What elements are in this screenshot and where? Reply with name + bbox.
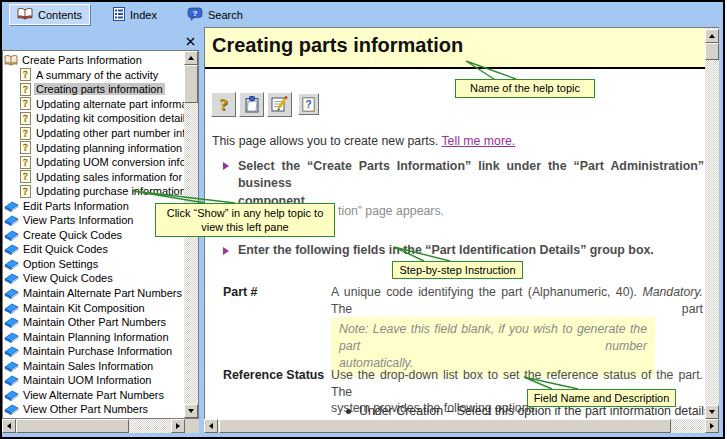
tree-item[interactable]: View Other Part Numbers: [4, 402, 184, 415]
closed-book-icon: [4, 199, 19, 212]
help-page-button[interactable]: ?: [298, 93, 319, 115]
svg-text:?: ?: [23, 69, 28, 80]
tree-hscroll-left-button[interactable]: [2, 419, 16, 433]
help-topic-icon: ?: [18, 127, 32, 140]
closed-book-icon: [4, 214, 19, 227]
scrollbar-corner: [185, 419, 199, 433]
arrow-right-icon: [710, 423, 714, 429]
help-topic-icon: ?: [18, 170, 32, 183]
tab-search[interactable]: ? Search: [180, 5, 250, 25]
topic-vscroll-thumb[interactable]: [705, 43, 719, 60]
help-topic-icon: ?: [18, 112, 32, 125]
arrow-down-icon: [709, 410, 715, 414]
tree-item[interactable]: ? Updating alternate part informatio: [4, 97, 184, 112]
callout-field-desc: Field Name and Description: [527, 389, 676, 407]
tree-hscrollbar: [2, 419, 185, 433]
help-topic-icon: ?: [18, 83, 32, 96]
tree-vscroll-thumb[interactable]: [184, 65, 198, 103]
tree-item[interactable]: ? Updating sales information for a p: [4, 169, 184, 184]
tree-vscroll-up-button[interactable]: [184, 51, 198, 65]
index-list-icon: [113, 7, 125, 23]
question-icon: ?: [219, 95, 228, 115]
topic-vscroll-track[interactable]: [705, 28, 719, 419]
search-bubble-icon: ?: [187, 7, 203, 23]
help-topic-icon: ?: [18, 97, 32, 110]
svg-text:?: ?: [23, 171, 28, 182]
svg-text:?: ?: [23, 84, 28, 95]
tell-me-more-link[interactable]: Tell me more.: [441, 134, 515, 148]
note-line-1: Note: Leave this field blank, if you wis…: [339, 321, 647, 355]
tab-contents[interactable]: Contents: [9, 4, 90, 25]
tree-item[interactable]: ? Updating kit composition details fo: [4, 111, 184, 126]
tree-item[interactable]: ? Updating planning information for: [4, 140, 184, 155]
help-topic-icon: ?: [18, 185, 32, 198]
part-desc-line-1: A unique code identifying the part (Alph…: [331, 284, 703, 317]
page-appears-text: tion” page appears.: [338, 204, 444, 218]
open-book-icon: [4, 54, 18, 67]
topic-vscroll-down-button[interactable]: [705, 405, 719, 419]
tree-item[interactable]: ? A summary of the activity: [4, 68, 184, 83]
tree-item[interactable]: Maintain Purchase Information: [4, 344, 184, 359]
tab-contents-label: Contents: [38, 9, 82, 21]
close-icon: [186, 37, 195, 46]
help-topic-icon: ?: [18, 141, 32, 154]
tree-hscroll-right-button[interactable]: [171, 419, 185, 433]
svg-text:?: ?: [23, 113, 28, 124]
callout-step-instruction: Step-by-step Instruction: [392, 261, 523, 279]
arrow-up-icon: [188, 56, 194, 60]
tree-item[interactable]: Edit Quick Codes: [4, 242, 184, 257]
tree-item[interactable]: Maintain Sales Information: [4, 358, 184, 373]
topic-hscroll-left-button[interactable]: [204, 419, 218, 433]
tree-item[interactable]: Option Settings: [4, 257, 184, 272]
callout-show-pane: Click “Show” in any help topic to view t…: [155, 203, 335, 237]
svg-text:?: ?: [193, 8, 198, 17]
tree-item[interactable]: Maintain Planning Information: [4, 329, 184, 344]
tree-vscroll-down-button[interactable]: [184, 404, 198, 418]
tree-item-selected[interactable]: ? Creating parts information: [4, 82, 184, 97]
help-topic-icon: ?: [18, 68, 32, 81]
topic-title-band: Creating parts information: [205, 28, 705, 69]
svg-text:?: ?: [23, 98, 28, 109]
topic-hscroll-right-button[interactable]: [705, 419, 719, 433]
closed-book-icon: [4, 257, 19, 270]
contents-book-icon: [17, 7, 33, 22]
arrow-right-icon: [176, 423, 180, 429]
closed-book-icon: [4, 287, 19, 300]
intro-line: This page allows you to create new parts…: [212, 134, 515, 148]
clipboard-button[interactable]: [239, 92, 264, 117]
arrow-up-icon: [709, 34, 715, 38]
topic-hscroll-thumb[interactable]: [219, 419, 671, 433]
tree-hscroll-thumb[interactable]: [16, 419, 129, 433]
tree-item[interactable]: View Alternate Part Numbers: [4, 388, 184, 403]
help-viewer-window: Contents Index ? Search Create Parts Inf…: [0, 0, 725, 439]
tree-item[interactable]: ? Updating other part number inform: [4, 126, 184, 141]
callout-topic-name: Name of the help topic: [455, 79, 595, 98]
tree-item[interactable]: ? Updating purchase information: [4, 184, 184, 199]
svg-text:?: ?: [23, 186, 28, 197]
closed-book-icon: [4, 243, 19, 256]
edit-note-icon: [271, 96, 288, 113]
closed-book-icon: [4, 403, 19, 415]
tree-item[interactable]: ? Updating UOM conversion informa: [4, 155, 184, 170]
arrow-down-icon: [188, 409, 194, 413]
help-tab-bar: Contents Index ? Search: [2, 2, 723, 27]
tree-item[interactable]: Maintain Other Part Numbers: [4, 315, 184, 330]
tree-item[interactable]: Create Parts Information: [4, 53, 184, 68]
field-label-reference-status: Reference Status: [223, 368, 324, 382]
step-bullet-icon: [223, 162, 229, 170]
intro-text: This page allows you to create new parts…: [212, 134, 438, 148]
close-pane-button[interactable]: [183, 36, 197, 50]
tree-item[interactable]: Maintain Alternate Part Numbers: [4, 286, 184, 301]
tree-item[interactable]: View Quick Codes: [4, 271, 184, 286]
topic-vscroll-up-button[interactable]: [705, 29, 719, 43]
tab-index[interactable]: Index: [106, 5, 164, 25]
question-button[interactable]: ?: [211, 92, 236, 117]
arrow-left-icon: [7, 423, 11, 429]
tree-item[interactable]: Maintain Kit Composition: [4, 300, 184, 315]
tree-item[interactable]: Maintain UOM Information: [4, 373, 184, 388]
closed-book-icon: [4, 330, 19, 343]
closed-book-icon: [4, 272, 19, 285]
closed-book-icon: [4, 316, 19, 329]
edit-note-button[interactable]: [267, 92, 292, 117]
svg-text:?: ?: [23, 128, 28, 139]
